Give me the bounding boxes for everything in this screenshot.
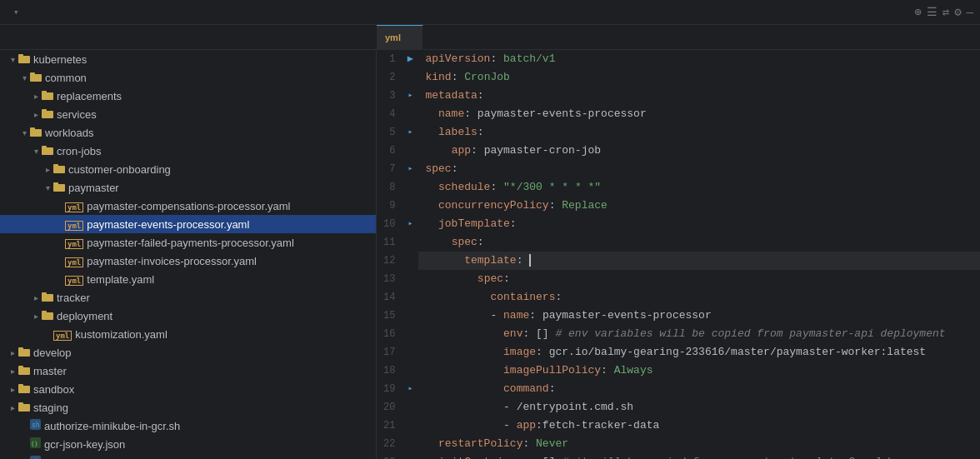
gutter-item [402,142,418,160]
sidebar-item-label: gcr-json-key.json [44,438,125,451]
code-line: spec: [418,160,980,178]
gutter: ▶▸▸▸▸▸ [402,50,418,459]
sidebar-item-kustomization[interactable]: ymlkustomization.yaml [0,325,376,343]
arrow-icon: ▸ [7,348,18,357]
sidebar-item-tracker[interactable]: ▸tracker [0,288,376,307]
arrow-icon: ▾ [18,73,30,82]
svg-rect-12 [53,166,65,173]
gutter-item [402,307,418,325]
yaml-file-icon: yml [65,200,83,212]
sidebar-item-label: tracker [57,292,90,304]
svg-text:sh: sh [32,422,40,429]
sidebar-item-cron-jobs[interactable]: ▾cron-jobs [0,142,376,160]
arrow-icon: ▾ [30,147,42,156]
sidebar-item-services[interactable]: ▸services [0,105,376,123]
arrow-icon: ▸ [30,293,42,302]
gutter-item [402,68,418,87]
code-line: app: paymaster-cron-job [418,142,980,160]
code-line: env: [] # env variables will be copied f… [418,325,980,343]
code-line: image: gcr.io/balmy-gearing-233616/maste… [418,343,980,362]
code-line: concurrencyPolicy: Replace [418,197,980,215]
line-number: 9 [383,197,395,215]
tab-paymaster-events[interactable]: yml [377,25,423,50]
sidebar-item-label: template.yaml [87,273,154,286]
sidebar-item-label: sandbox [33,383,74,396]
gutter-item [402,417,418,435]
line-number: 4 [383,105,395,123]
svg-rect-13 [53,164,58,167]
sidebar-item-sandbox[interactable]: ▸sandbox [0,380,376,398]
gutter-item [402,270,418,288]
settings-icon[interactable]: ⚙ [954,5,961,19]
svg-rect-26 [18,404,30,412]
sidebar: ▾kubernetes▾common▸replacements▸services… [0,50,377,459]
svg-rect-4 [42,92,53,100]
folder-icon [42,90,53,102]
code-line: - /entrypoint.cmd.sh [418,398,980,417]
svg-rect-14 [53,184,65,192]
sidebar-item-master[interactable]: ▸master [0,362,376,380]
json-file-icon: {} [30,437,41,451]
sidebar-item-paymaster-failed[interactable]: ymlpaymaster-failed-payments-processor.y… [0,233,376,252]
code-line: initContainers: [] # it will be copied f… [418,453,980,459]
sidebar-item-label: paymaster-compensations-processor.yaml [87,200,290,212]
arrow-icon: ▸ [30,92,42,101]
sidebar-item-kubernetes[interactable]: ▾kubernetes [0,50,376,68]
add-icon[interactable]: ⊕ [914,5,921,19]
sidebar-item-staging[interactable]: ▸staging [0,398,376,417]
line-number: 6 [383,142,395,160]
line-number: 5 [383,123,395,142]
yaml-file-icon: yml [53,328,72,341]
sidebar-item-workloads[interactable]: ▾workloads [0,123,376,142]
code-line: command: [418,380,980,398]
chevron-down-icon[interactable]: ▾ [13,7,19,17]
svg-rect-24 [18,386,30,393]
sidebar-item-authorize-minikube[interactable]: shauthorize-minikube-in-gcr.sh [0,417,376,435]
sidebar-item-label: services [57,108,97,121]
minimize-icon[interactable]: — [967,6,973,19]
sidebar-item-paymaster-invoices[interactable]: ymlpaymaster-invoices-processor.yaml [0,252,376,270]
svg-rect-16 [42,294,53,302]
sidebar-item-template-yaml[interactable]: ymltemplate.yaml [0,270,376,288]
sidebar-item-gcr-json-key[interactable]: {}gcr-json-key.json [0,435,376,453]
sidebar-item-label: authorize-minikube-in-gcr.sh [44,420,180,432]
arrow-icon: ▸ [42,165,53,174]
folder-icon [42,292,53,304]
sidebar-item-paymaster-events[interactable]: ymlpaymaster-events-processor.yaml [0,215,376,233]
line-number: 13 [383,270,395,288]
gutter-item: ▸ [402,215,418,233]
sidebar-item-replacements[interactable]: ▸replacements [0,87,376,105]
sidebar-item-deployment[interactable]: ▸deployment [0,307,376,325]
main-content: ▾kubernetes▾common▸replacements▸services… [0,50,980,459]
code-line: spec: [418,233,980,252]
line-number: 10 [383,215,395,233]
arrow-icon: ▾ [18,128,30,137]
split-icon[interactable]: ⇄ [942,5,949,19]
sidebar-item-paymaster[interactable]: ▾paymaster [0,178,376,197]
code-line: restartPolicy: Never [418,435,980,453]
yaml-icon: yml [385,32,401,42]
sidebar-item-paymaster-compensations[interactable]: ymlpaymaster-compensations-processor.yam… [0,197,376,215]
gutter-item [402,252,418,270]
sidebar-item-label: regenerate-cert.sh [44,457,132,460]
list-icon[interactable]: ☰ [927,5,938,19]
gutter-item [402,398,418,417]
sidebar-item-common[interactable]: ▾common [0,68,376,87]
gutter-item: ▸ [402,123,418,142]
sidebar-item-regenerate-cert[interactable]: shregenerate-cert.sh [0,453,376,459]
gutter-item: ▸ [402,160,418,178]
sidebar-item-label: cron-jobs [57,145,101,157]
sidebar-item-label: paymaster-invoices-processor.yaml [87,255,257,267]
sidebar-item-label: paymaster-failed-payments-processor.yaml [87,237,294,249]
sidebar-item-customer-onboarding[interactable]: ▸customer-onboarding [0,160,376,178]
svg-rect-9 [30,127,35,130]
title-bar: ▾ ⊕ ☰ ⇄ ⚙ — [0,0,980,25]
sidebar-item-label: develop [33,347,72,359]
gutter-item: ▶ [402,50,418,68]
gutter-item [402,435,418,453]
sidebar-item-develop[interactable]: ▸develop [0,343,376,362]
line-number: 8 [383,178,395,197]
sidebar-item-label: paymaster [68,182,119,194]
gutter-item [402,343,418,362]
folder-icon [18,402,30,414]
